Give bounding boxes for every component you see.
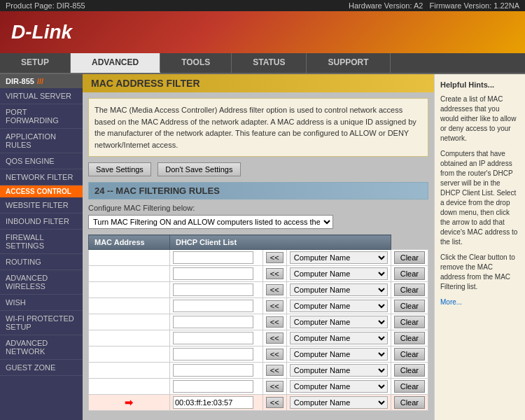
hints-panel: Helpful Hints... Create a list of MAC ad… bbox=[434, 74, 525, 420]
sidebar-item-advanced-network[interactable]: ADVANCED NETWORK bbox=[0, 335, 83, 360]
mac-address-input[interactable] bbox=[173, 300, 253, 312]
mac-address-input[interactable] bbox=[173, 380, 253, 393]
tab-advanced[interactable]: ADVANCED bbox=[71, 53, 160, 73]
sidebar-divider-access-control: ACCESS CONTROL bbox=[0, 186, 83, 197]
sidebar-item-firewall-settings[interactable]: FIREWALL SETTINGS bbox=[0, 230, 83, 254]
row-arrow-indicator: ➡ bbox=[125, 397, 133, 408]
tab-status[interactable]: STATUS bbox=[232, 53, 307, 73]
filtering-title: 24 -- MAC FILTERING RULES bbox=[88, 182, 428, 200]
dhcp-client-select[interactable]: Computer Name bbox=[290, 396, 388, 409]
top-bar: Product Page: DIR-855 Hardware Version: … bbox=[0, 0, 525, 11]
page-title: MAC ADDRESS FILTER bbox=[91, 78, 426, 89]
clear-button[interactable]: Clear bbox=[394, 396, 425, 409]
sidebar-item-port-forwarding[interactable]: PORT FORWARDING bbox=[0, 104, 83, 129]
main-layout: DIR-855 /// VIRTUAL SERVER PORT FORWARDI… bbox=[0, 74, 525, 420]
table-row: <<Computer NameClear bbox=[89, 363, 428, 379]
table-row: <<Computer NameClear bbox=[89, 314, 428, 330]
sidebar-item-wifi-protected-setup[interactable]: WI-FI PROTECTED SETUP bbox=[0, 311, 83, 335]
filter-dropdown-row: Turn MAC Filtering ON and ALLOW computer… bbox=[88, 215, 428, 229]
filtering-section: 24 -- MAC FILTERING RULES Configure MAC … bbox=[88, 182, 428, 411]
clear-button[interactable]: Clear bbox=[394, 267, 425, 280]
mac-address-input[interactable] bbox=[173, 316, 253, 328]
hints-text-1: Create a list of MAC addresses that you … bbox=[440, 94, 519, 144]
dhcp-client-select[interactable]: Computer Name bbox=[290, 364, 388, 377]
clear-button[interactable]: Clear bbox=[394, 348, 425, 360]
dhcp-client-select[interactable]: Computer Name bbox=[290, 251, 388, 264]
hints-text-3: Click the Clear button to remove the MAC… bbox=[440, 253, 519, 292]
sidebar-arrows: /// bbox=[37, 77, 43, 85]
clear-button[interactable]: Clear bbox=[394, 316, 425, 328]
dhcp-arrow-button[interactable]: << bbox=[266, 300, 284, 312]
mac-address-input[interactable] bbox=[173, 396, 253, 409]
dhcp-client-select[interactable]: Computer Name bbox=[290, 300, 388, 312]
dhcp-arrow-button[interactable]: << bbox=[266, 349, 284, 360]
mac-address-input[interactable] bbox=[173, 332, 253, 344]
action-buttons: Save Settings Don't Save Settings bbox=[88, 162, 428, 176]
clear-button[interactable]: Clear bbox=[394, 284, 425, 296]
clear-button[interactable]: Clear bbox=[394, 332, 425, 344]
main-content: MAC ADDRESS FILTER The MAC (Media Access… bbox=[83, 74, 434, 420]
mac-address-input[interactable] bbox=[173, 251, 253, 264]
table-row: <<Computer NameClear bbox=[89, 282, 428, 298]
sidebar-item-routing[interactable]: ROUTING bbox=[0, 254, 83, 270]
page-title-bar: MAC ADDRESS FILTER bbox=[83, 74, 434, 92]
mac-address-input[interactable] bbox=[173, 267, 253, 280]
hints-text: Create a list of MAC addresses that you … bbox=[440, 94, 519, 292]
table-row: <<Computer NameClear bbox=[89, 330, 428, 346]
clear-button[interactable]: Clear bbox=[394, 380, 425, 393]
product-info: Product Page: DIR-855 bbox=[6, 1, 85, 10]
sidebar-item-virtual-server[interactable]: VIRTUAL SERVER bbox=[0, 88, 83, 104]
tab-tools[interactable]: TOOLS bbox=[160, 53, 232, 73]
dhcp-client-header: DHCP Client List bbox=[169, 235, 391, 250]
logo: D-Link bbox=[11, 21, 72, 43]
sidebar-item-qos-engine[interactable]: QOS ENGINE bbox=[0, 153, 83, 169]
dhcp-client-select[interactable]: Computer Name bbox=[290, 284, 388, 296]
table-row: <<Computer NameClear bbox=[89, 346, 428, 363]
sidebar-item-website-filter[interactable]: WEBSITE FILTER bbox=[0, 197, 83, 214]
dhcp-arrow-button[interactable]: << bbox=[266, 365, 284, 376]
mac-address-input[interactable] bbox=[173, 348, 253, 360]
right-area: MAC ADDRESS FILTER The MAC (Media Access… bbox=[83, 74, 525, 420]
clear-button[interactable]: Clear bbox=[394, 364, 425, 377]
tab-support[interactable]: SUPPORT bbox=[307, 53, 390, 73]
hardware-firmware-info: Hardware Version: A2 Firmware Version: 1… bbox=[349, 1, 519, 10]
dhcp-client-select[interactable]: Computer Name bbox=[290, 380, 388, 393]
dont-save-settings-button[interactable]: Don't Save Settings bbox=[158, 162, 240, 176]
dhcp-client-select[interactable]: Computer Name bbox=[290, 332, 388, 344]
description-text: The MAC (Media Access Controller) Addres… bbox=[94, 104, 422, 150]
clear-button[interactable]: Clear bbox=[394, 300, 425, 312]
dhcp-arrow-button[interactable]: << bbox=[266, 284, 284, 295]
hints-more-link[interactable]: More... bbox=[440, 298, 519, 307]
sidebar: DIR-855 /// VIRTUAL SERVER PORT FORWARDI… bbox=[0, 74, 83, 420]
mac-address-input[interactable] bbox=[173, 284, 253, 296]
table-row: <<Computer NameClear bbox=[89, 250, 428, 266]
save-settings-button[interactable]: Save Settings bbox=[88, 162, 151, 176]
dhcp-arrow-button[interactable]: << bbox=[266, 332, 284, 344]
description-box: The MAC (Media Access Controller) Addres… bbox=[88, 98, 428, 157]
dhcp-arrow-button[interactable]: << bbox=[266, 316, 284, 328]
content-and-hints: MAC ADDRESS FILTER The MAC (Media Access… bbox=[83, 74, 525, 420]
configure-label: Configure MAC Filtering below: bbox=[88, 204, 428, 212]
dhcp-arrow-button[interactable]: << bbox=[266, 397, 284, 408]
dhcp-client-select[interactable]: Computer Name bbox=[290, 316, 388, 328]
tab-setup[interactable]: SETUP bbox=[0, 53, 71, 73]
sidebar-item-application-rules[interactable]: APPLICATION RULES bbox=[0, 129, 83, 153]
clear-button[interactable]: Clear bbox=[394, 251, 425, 264]
dhcp-client-select[interactable]: Computer Name bbox=[290, 348, 388, 360]
dhcp-client-select[interactable]: Computer Name bbox=[290, 267, 388, 280]
dhcp-arrow-button[interactable]: << bbox=[266, 252, 284, 263]
sidebar-item-advanced-wireless[interactable]: ADVANCED WIRELESS bbox=[0, 270, 83, 295]
hints-text-2: Computers that have obtained an IP addre… bbox=[440, 149, 519, 247]
sidebar-router-model: DIR-855 /// bbox=[0, 74, 83, 88]
table-row: <<Computer NameClear bbox=[89, 379, 428, 395]
mac-address-input[interactable] bbox=[173, 364, 253, 377]
sidebar-item-guest-zone[interactable]: GUEST ZONE bbox=[0, 360, 83, 376]
sidebar-item-network-filter[interactable]: NETWORK FILTER bbox=[0, 169, 83, 186]
nav-tabs: SETUP ADVANCED TOOLS STATUS SUPPORT bbox=[0, 53, 525, 74]
dhcp-arrow-button[interactable]: << bbox=[266, 381, 284, 392]
sidebar-item-wish[interactable]: WISH bbox=[0, 295, 83, 311]
table-row: ➡<<Computer NameClear bbox=[89, 395, 428, 411]
dhcp-arrow-button[interactable]: << bbox=[266, 268, 284, 279]
filter-mode-select[interactable]: Turn MAC Filtering ON and ALLOW computer… bbox=[88, 215, 333, 229]
sidebar-item-inbound-filter[interactable]: INBOUND FILTER bbox=[0, 214, 83, 230]
